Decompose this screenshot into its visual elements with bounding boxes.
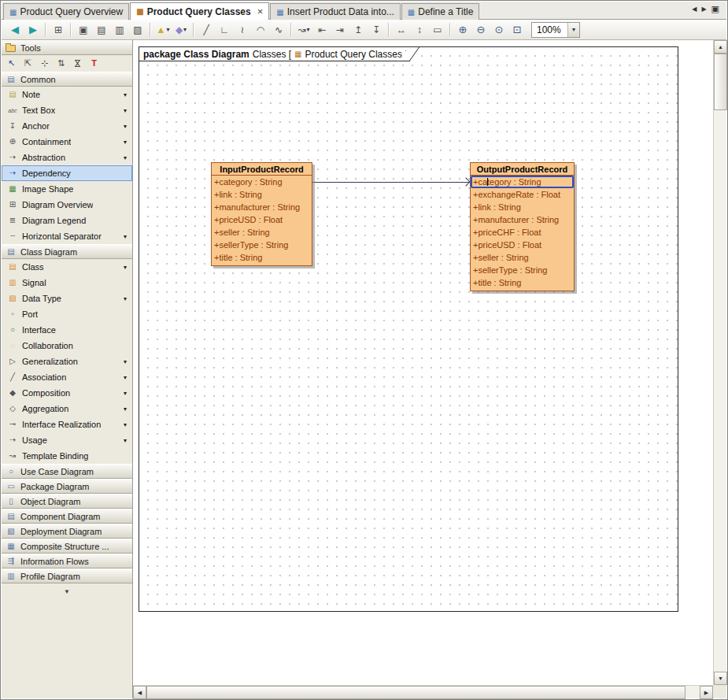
class-attribute[interactable]: +priceUSD : Float (471, 239, 574, 251)
swimlane-tool-button[interactable]: ◆ ▾ (172, 21, 190, 39)
palette-header-package-diagram[interactable]: ▭ Package Diagram (2, 479, 132, 494)
marquee-tool-button[interactable]: ⇱ (20, 57, 35, 71)
pan-tool-button[interactable]: ⊹ (37, 57, 52, 71)
scroll-left-icon[interactable]: ◀ (133, 686, 146, 699)
insert-right-button[interactable]: ⇥ (331, 21, 349, 39)
zoom-out-button[interactable]: ⊖ (472, 21, 490, 39)
palette-item-collaboration[interactable]: ◌ Collaboration (2, 338, 132, 354)
dependency-connector[interactable] (312, 182, 470, 183)
palette-item-aggregation[interactable]: ◇ Aggregation ▾ (2, 401, 132, 417)
paste-button[interactable]: ▤ (93, 21, 110, 39)
forward-button[interactable]: ▶ (24, 21, 42, 39)
palette-dropdown-arrow-icon[interactable]: ▾ (124, 107, 129, 114)
palette-header-object-diagram[interactable]: ▯ Object Diagram (2, 494, 132, 509)
palette-header-common[interactable]: ▤ Common (2, 72, 132, 87)
palette-dropdown-arrow-icon[interactable]: ▾ (124, 295, 129, 302)
layout-tool-button[interactable]: ⋈ (70, 57, 85, 71)
palette-item-interface-realization[interactable]: ⊸ Interface Realization ▾ (2, 417, 132, 432)
palette-item-abstraction[interactable]: ⇢ Abstraction ▾ (2, 150, 132, 165)
palette-item-template-binding[interactable]: ↝ Template Binding (2, 448, 132, 464)
palette-header-component-diagram[interactable]: ▤ Component Diagram (2, 509, 132, 524)
class-attribute[interactable]: +sellerType : String (471, 264, 574, 276)
palette-item-note[interactable]: ▤ Note ▾ (2, 87, 132, 102)
class-name[interactable]: InputProductRecord (212, 163, 312, 176)
palette-item-usage[interactable]: ⇢ Usage ▾ (2, 432, 132, 448)
class-attribute[interactable]: +exchangeRate : Float (471, 188, 574, 201)
bezier-path-button[interactable]: ≀ (234, 21, 251, 39)
palette-header-deployment-diagram[interactable]: ▧ Deployment Diagram (2, 524, 132, 539)
uml-class-output-product-record[interactable]: OutputProductRecord +category : String +… (470, 162, 575, 291)
diagram-canvas[interactable]: package Class Diagram Classes [ ▦ Produc… (133, 40, 713, 685)
palette-header-information-flows[interactable]: ⇶ Information Flows (2, 554, 132, 569)
class-attribute[interactable]: +link : String (212, 188, 312, 201)
palette-item-diagram-legend[interactable]: ≣ Diagram Legend (2, 213, 132, 228)
class-attribute[interactable]: +category : String (212, 176, 312, 188)
palette-item-containment[interactable]: ⊕ Containment ▾ (2, 134, 132, 150)
palette-dropdown-arrow-icon[interactable]: ▾ (124, 374, 129, 381)
spline-path-button[interactable]: ∿ (270, 21, 287, 39)
copy-button[interactable]: ▣ (75, 21, 92, 39)
class-attribute[interactable]: +priceUSD : Float (212, 213, 312, 226)
shape-tool-button[interactable]: ▲ ▾ (154, 21, 172, 39)
palette-dropdown-arrow-icon[interactable]: ▾ (124, 233, 129, 240)
tab-insert-product-data[interactable]: ▦ Insert Product Data into... (270, 3, 401, 20)
clone-button[interactable]: ▨ (129, 21, 146, 39)
curve-path-button[interactable]: ◠ (252, 21, 269, 39)
palette-dropdown-arrow-icon[interactable]: ▾ (124, 437, 129, 444)
palette-dropdown-arrow-icon[interactable]: ▾ (124, 154, 129, 161)
select-in-containment-tree-button[interactable]: ⊞ (50, 21, 67, 39)
same-height-button[interactable]: ↕ (411, 21, 428, 39)
palette-item-data-type[interactable]: ▧ Data Type ▾ (2, 291, 132, 306)
zoom-in-button[interactable]: ⊕ (454, 21, 471, 39)
vertical-scrollbar[interactable]: ▲ ▼ (713, 40, 726, 685)
tab-define-a-title[interactable]: ▦ Define a Title (401, 3, 480, 20)
palette-item-port[interactable]: ▫ Port (2, 306, 132, 322)
zoom-1-1-button[interactable]: ⊙ (490, 21, 508, 39)
class-attribute[interactable]: +manufacturer : String (471, 213, 574, 226)
same-width-button[interactable]: ↔ (393, 21, 410, 39)
palette-header-tools[interactable]: Tools (2, 40, 132, 55)
paste-special-button[interactable]: ▥ (111, 21, 128, 39)
tab-product-query-classes[interactable]: ▦ Product Query Classes × (130, 2, 269, 20)
palette-header-profile-diagram[interactable]: ▥ Profile Diagram (2, 569, 132, 583)
insert-above-button[interactable]: ↥ (349, 21, 367, 39)
uml-class-input-product-record[interactable]: InputProductRecord +category : String +l… (211, 162, 312, 266)
class-attribute[interactable]: +link : String (471, 201, 574, 213)
palette-dropdown-arrow-icon[interactable]: ▾ (124, 421, 129, 428)
palette-item-composition[interactable]: ◆ Composition ▾ (2, 385, 132, 401)
palette-item-generalization[interactable]: ▷ Generalization ▾ (2, 354, 132, 369)
oblique-path-button[interactable]: ╱ (198, 21, 215, 39)
class-attribute[interactable]: +seller : String (471, 251, 574, 264)
palette-dropdown-arrow-icon[interactable]: ▾ (124, 264, 129, 271)
insert-below-button[interactable]: ↧ (368, 21, 385, 39)
palette-dropdown-arrow-icon[interactable]: ▾ (124, 123, 129, 130)
text-tool-button[interactable]: T (87, 57, 102, 71)
close-icon[interactable]: × (257, 8, 264, 16)
class-attribute[interactable]: +title : String (471, 276, 574, 289)
palette-header-class-diagram[interactable]: ▤ Class Diagram (2, 244, 132, 259)
select-tool-button[interactable]: ↖ (4, 57, 19, 71)
palette-item-anchor[interactable]: ↧ Anchor ▾ (2, 118, 132, 134)
palette-item-dependency[interactable]: ⇢ Dependency (2, 165, 132, 181)
palette-dropdown-arrow-icon[interactable]: ▾ (124, 91, 129, 98)
class-attribute[interactable]: +sellerType : String (212, 239, 312, 251)
palette-dropdown-arrow-icon[interactable]: ▾ (124, 358, 129, 365)
palette-item-association[interactable]: ╱ Association ▾ (2, 369, 132, 385)
palette-item-signal[interactable]: ▥ Signal (2, 275, 132, 291)
align-tool-button[interactable]: ⇅ (54, 57, 68, 71)
palette-item-class[interactable]: ▤ Class ▾ (2, 259, 132, 275)
class-attribute[interactable]: +seller : String (212, 226, 312, 239)
restore-window-icon[interactable]: ▣ (711, 4, 719, 14)
horizontal-scrollbar-thumb[interactable] (146, 686, 686, 699)
horizontal-scrollbar[interactable]: ◀ ▶ (133, 685, 713, 698)
palette-item-interface[interactable]: ○ Interface (2, 322, 132, 338)
back-button[interactable]: ◀ (6, 21, 24, 39)
class-attribute[interactable]: +title : String (212, 251, 312, 264)
class-attribute[interactable]: +category : String (471, 176, 574, 188)
class-attribute[interactable]: +priceCHF : Float (471, 226, 574, 239)
scroll-up-icon[interactable]: ▲ (714, 40, 727, 54)
palette-dropdown-arrow-icon[interactable]: ▾ (124, 390, 129, 397)
zoom-level-select[interactable]: 100% ▾ (531, 22, 580, 38)
insert-left-button[interactable]: ⇤ (313, 21, 331, 39)
tab-scroll-left-icon[interactable]: ◀ (692, 6, 697, 13)
